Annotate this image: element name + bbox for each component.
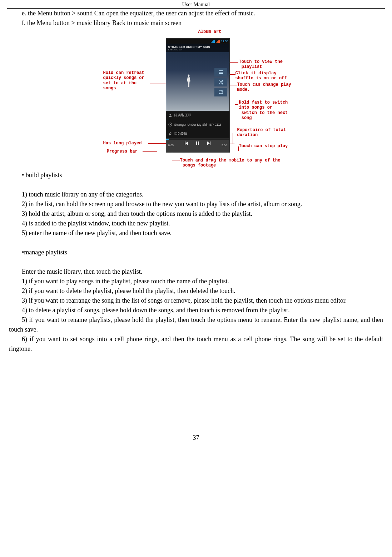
- repeat-button[interactable]: [214, 88, 227, 96]
- arrow-drag-1: [172, 160, 180, 160]
- disc-icon: [168, 123, 172, 126]
- arrow-hold-retreat: [150, 84, 166, 84]
- annot-shuffle: Click it display shuffle is on or off: [235, 71, 287, 81]
- annot-progress-bar: Progress bar: [107, 149, 138, 154]
- figure-wrapper: Album art Hold can retreat quickly songs…: [0, 29, 392, 167]
- annot-view-playlist: Touch to view the playlist: [239, 59, 283, 70]
- album-header: STRANGER UNDER MY SKIN EASON CHAN: [166, 44, 229, 52]
- svg-point-0: [169, 114, 171, 115]
- info-artist: 陈奕迅,王菲: [174, 113, 192, 118]
- view-playlist-button[interactable]: [214, 68, 227, 76]
- annot-hold-fast: Hold fast to switch into songs or switch…: [239, 100, 288, 121]
- player-controls: 0:09 3:36: [166, 139, 229, 152]
- svg-point-2: [170, 124, 171, 125]
- arrow-progress-3: [157, 141, 167, 141]
- shuffle-button[interactable]: [214, 78, 227, 86]
- bullet-manage: •manage playlists: [9, 248, 383, 257]
- arrow-view-playlist: [229, 62, 238, 63]
- note-icon: [168, 132, 172, 136]
- info-album-row[interactable]: Stranger Under My Skin EP CD2: [166, 120, 229, 129]
- time-total: 3:36: [222, 144, 227, 147]
- arrow-hold-fast-3: [235, 104, 238, 105]
- manage-3: 3) if you want to rearrange the song in …: [9, 296, 383, 305]
- annot-play-mode: Touch can change play mode.: [237, 82, 291, 93]
- arrow-stop-2: [238, 146, 239, 151]
- album-art[interactable]: STRANGER UNDER MY SKIN EASON CHAN: [166, 44, 229, 111]
- arrow-shuffle: [229, 74, 235, 75]
- album-subtitle: EASON CHAN: [168, 49, 229, 51]
- annot-total-duration: Repertoire of total duration: [237, 128, 286, 138]
- annot-has-long: Has long played: [103, 141, 142, 146]
- build-5: 5) enter the name of the new playlist, a…: [9, 228, 383, 238]
- manage-4: 4) to delete a playlist of songs, please…: [9, 305, 383, 315]
- arrow-hold-fast-2: [235, 104, 235, 144]
- arrow-progress-1: [143, 151, 157, 152]
- album-title: STRANGER UNDER MY SKIN: [168, 45, 229, 49]
- manage-5: 5) if you want to rename playlists, plea…: [9, 315, 383, 334]
- body-text: e. the Menu button > sound Can open the …: [0, 9, 392, 28]
- next-button[interactable]: [207, 141, 212, 146]
- track-info: 陈奕迅,王菲 Stranger Under My Skin EP CD2 因为爱…: [166, 111, 229, 139]
- skip-next-icon: [207, 141, 212, 146]
- line-e: e. the Menu button > sound Can open the …: [9, 9, 383, 18]
- info-artist-row[interactable]: 陈奕迅,王菲: [166, 111, 229, 120]
- time-elapsed: 0:09: [168, 144, 174, 147]
- manage-6: 6) if you want to set songs into a cell …: [9, 334, 383, 354]
- signal-icon-2: [216, 40, 220, 43]
- silhouette-icon: [186, 74, 192, 88]
- page: User Manual e. the Menu button > sound C…: [0, 0, 392, 449]
- info-song-row[interactable]: 因为爱情: [166, 129, 229, 139]
- progress-fill: [166, 139, 169, 140]
- manage-2: 2) if you want to delete the playlist, p…: [9, 286, 383, 296]
- build-2: 2) in the list, can hold the screen up a…: [9, 199, 383, 209]
- annot-hold-retreat: Hold can retreat quickly songs or set to…: [103, 70, 144, 91]
- repeat-icon: [218, 89, 224, 95]
- line-f: f. the Menu button > music library Back …: [9, 18, 383, 28]
- status-time: 11:55: [221, 40, 228, 43]
- phone-screenshot: 11:55 STRANGER UNDER MY SKIN EASON CHAN: [166, 38, 230, 153]
- page-number: 37: [0, 434, 392, 449]
- status-bar: 11:55: [166, 39, 229, 44]
- page-header: User Manual: [7, 0, 385, 9]
- build-4: 4) is added to the playlist window, touc…: [9, 219, 383, 228]
- manage-1: 1) if you want to play songs in the play…: [9, 277, 383, 286]
- prev-button[interactable]: [184, 141, 189, 146]
- annot-stop-play: Touch can stop play: [239, 144, 288, 149]
- body-text-2: • build playlists 1) touch music library…: [0, 170, 392, 354]
- manage-intro: Enter the music library, then touch the …: [9, 267, 383, 277]
- annot-album-art: Album art: [198, 29, 222, 34]
- arrow-play-mode: [229, 85, 237, 85]
- progress-bar[interactable]: [166, 139, 229, 140]
- arrow-total-2: [233, 133, 233, 144]
- playback-buttons: [184, 141, 212, 146]
- list-icon: [218, 69, 224, 75]
- shuffle-icon: [218, 79, 224, 85]
- info-album: Stranger Under My Skin EP CD2: [174, 123, 221, 126]
- bullet-build: • build playlists: [9, 170, 383, 180]
- person-icon: [168, 113, 172, 117]
- signal-icon: [211, 40, 215, 43]
- info-song: 因为爱情: [174, 131, 187, 136]
- arrow-has-long: [148, 143, 167, 144]
- skip-prev-icon: [184, 141, 189, 146]
- annotated-figure: Album art Hold can retreat quickly songs…: [96, 29, 296, 167]
- build-3: 3) hold the artist, album or song, and t…: [9, 209, 383, 219]
- arrow-progress-2: [157, 141, 157, 151]
- side-buttons: [214, 68, 227, 96]
- build-1: 1) touch music library on any of the cat…: [9, 190, 383, 199]
- pause-button[interactable]: [195, 141, 200, 146]
- arrow-total-3: [233, 133, 237, 133]
- pause-icon: [195, 141, 200, 146]
- annot-drag-footage: Touch and drag the mobile to any of the …: [180, 158, 281, 168]
